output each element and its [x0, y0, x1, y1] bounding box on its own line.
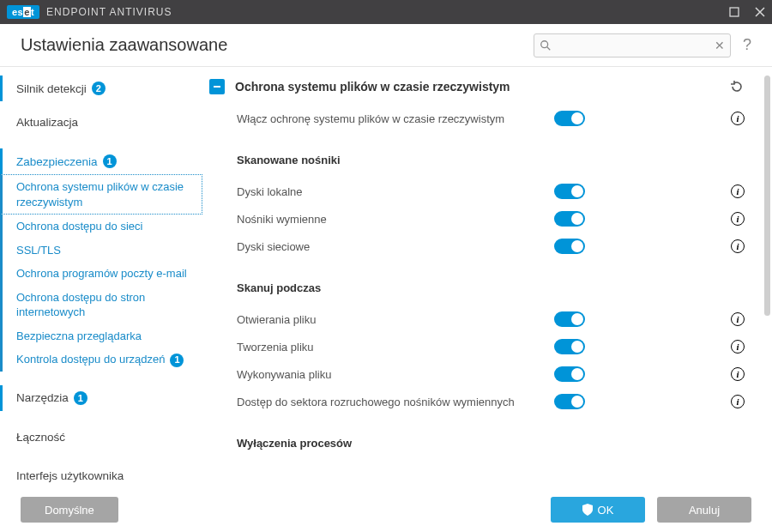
svg-rect-0 — [730, 8, 739, 16]
scrollbar[interactable] — [764, 76, 770, 316]
row-local-drives: Dyski lokalnei — [237, 178, 745, 205]
info-icon[interactable]: i — [731, 239, 745, 253]
sidebar-item-label: Zabezpieczenia — [16, 155, 98, 168]
toggle-boot-sector[interactable] — [554, 394, 585, 409]
badge-count: 1 — [74, 391, 87, 405]
row-label: Dyski lokalne — [237, 185, 554, 198]
info-icon[interactable]: i — [731, 112, 745, 125]
help-icon[interactable]: ? — [743, 36, 751, 54]
row-boot-sector: Dostęp do sektora rozruchowego nośników … — [237, 388, 745, 415]
sidebar-item-label: Ochrona programów poczty e-mail — [16, 267, 187, 280]
row-label: Nośniki wymienne — [237, 213, 554, 226]
sidebar-item-label: Łączność — [16, 431, 65, 444]
sidebar-item-label: Ochrona dostępu do stron internetowych — [16, 291, 145, 319]
window-controls — [729, 7, 765, 17]
toggle-file-exec[interactable] — [554, 366, 585, 382]
row-file-create: Tworzenia plikui — [237, 333, 745, 360]
collapse-icon[interactable] — [209, 79, 225, 94]
subheading-scan-on: Skanuj podczas — [237, 266, 745, 299]
row-network-drives: Dyski sieciowei — [237, 233, 745, 260]
sidebar-item-device-control[interactable]: Kontrola dostępu do urządzeń1 — [0, 348, 202, 372]
search-icon — [540, 39, 552, 51]
sidebar-item-label: Kontrola dostępu do urządzeń — [16, 353, 165, 366]
button-label: OK — [598, 504, 614, 517]
row-label: Włącz ochronę systemu plików w czasie rz… — [237, 112, 554, 125]
row-file-open: Otwierania plikui — [237, 305, 745, 333]
titlebar: eset ENDPOINT ANTIVIRUS — [0, 0, 772, 24]
row-label: Dostęp do sektora rozruchowego nośników … — [237, 396, 554, 408]
info-icon[interactable]: i — [731, 212, 745, 226]
info-icon[interactable]: i — [731, 367, 745, 381]
sidebar-item-ui[interactable]: Interfejs użytkownika — [0, 463, 202, 487]
badge-count: 1 — [103, 154, 117, 168]
sidebar-item-network-access[interactable]: Ochrona dostępu do sieci — [0, 215, 202, 239]
sidebar-item-label: Silnik detekcji — [16, 82, 87, 95]
info-icon[interactable]: i — [731, 312, 745, 326]
subheading-process-excl: Wyłączenia procesów — [237, 421, 745, 455]
sidebar-item-detection-engine[interactable]: Silnik detekcji 2 — [0, 76, 202, 101]
page-header: Ustawienia zaawansowane ✕ ? — [0, 24, 772, 67]
row-enable-realtime: Włącz ochronę systemu plików w czasie rz… — [237, 105, 745, 132]
search-wrap: ✕ — [534, 33, 731, 57]
search-clear-icon[interactable]: ✕ — [715, 39, 725, 52]
page-title: Ustawienia zaawansowane — [21, 35, 227, 55]
maximize-icon[interactable] — [729, 7, 739, 17]
footer: Domyślne OK Anuluj — [0, 487, 772, 532]
defaults-button[interactable]: Domyślne — [21, 497, 118, 523]
info-icon[interactable]: i — [731, 395, 745, 408]
cancel-button[interactable]: Anuluj — [657, 497, 751, 523]
toggle-network-drives[interactable] — [554, 239, 585, 254]
sidebar-item-tools[interactable]: Narzędzia 1 — [0, 385, 202, 411]
ok-button[interactable]: OK — [551, 497, 645, 523]
toggle-local-drives[interactable] — [554, 184, 585, 199]
row-label: Wykonywania pliku — [237, 368, 554, 381]
row-label: Dyski sieciowe — [237, 240, 554, 253]
sidebar-item-label: Narzędzia — [16, 391, 69, 404]
sidebar-item-web-access[interactable]: Ochrona dostępu do stron internetowych — [0, 286, 202, 324]
sidebar-item-label: Aktualizacja — [16, 116, 78, 129]
sidebar: Silnik detekcji 2 Aktualizacja Zabezpiec… — [0, 67, 202, 487]
sidebar-item-label: Ochrona dostępu do sieci — [16, 220, 142, 233]
badge-count: 2 — [92, 82, 106, 95]
sidebar-protections-children: Ochrona systemu plików w czasie rzeczywi… — [0, 174, 202, 372]
button-label: Domyślne — [45, 504, 94, 517]
subheading-media: Skanowane nośniki — [237, 138, 745, 172]
shield-icon — [582, 504, 593, 516]
sidebar-item-protections[interactable]: Zabezpieczenia 1 — [0, 148, 202, 174]
sidebar-item-email-client[interactable]: Ochrona programów poczty e-mail — [0, 262, 202, 286]
sidebar-item-connectivity[interactable]: Łączność — [0, 425, 202, 450]
section-header: Ochrona systemu plików w czasie rzeczywi… — [209, 79, 745, 94]
sidebar-item-realtime-fs[interactable]: Ochrona systemu plików w czasie rzeczywi… — [0, 174, 202, 215]
sidebar-item-label: SSL/TLS — [16, 244, 61, 257]
info-icon[interactable]: i — [731, 184, 745, 198]
app-product-name: ENDPOINT ANTIVIRUS — [46, 6, 172, 18]
svg-point-1 — [541, 40, 548, 47]
toggle-file-open[interactable] — [554, 311, 585, 327]
sidebar-item-label: Ochrona systemu plików w czasie rzeczywi… — [16, 180, 184, 209]
sidebar-item-label: Bezpieczna przeglądarka — [16, 329, 142, 342]
sidebar-item-update[interactable]: Aktualizacja — [0, 110, 202, 135]
row-label: Tworzenia pliku — [237, 341, 554, 354]
row-file-exec: Wykonywania plikui — [237, 360, 745, 388]
info-icon[interactable]: i — [731, 340, 745, 354]
button-label: Anuluj — [689, 504, 720, 517]
sidebar-item-label: Interfejs użytkownika — [16, 469, 124, 482]
toggle-removable-media[interactable] — [554, 211, 585, 227]
row-removable-media: Nośniki wymiennei — [237, 205, 745, 233]
brand-logo: eset — [7, 5, 39, 19]
badge-count: 1 — [170, 354, 184, 367]
undo-icon[interactable] — [729, 79, 745, 94]
section-title: Ochrona systemu plików w czasie rzeczywi… — [235, 80, 510, 94]
content-pane: Ochrona systemu plików w czasie rzeczywi… — [202, 67, 772, 487]
row-label: Otwierania pliku — [237, 313, 554, 326]
search-input[interactable] — [534, 33, 731, 57]
sidebar-item-secure-browser[interactable]: Bezpieczna przeglądarka — [0, 324, 202, 348]
toggle-file-create[interactable] — [554, 339, 585, 354]
svg-rect-2 — [214, 86, 220, 88]
sidebar-item-ssl-tls[interactable]: SSL/TLS — [0, 239, 202, 263]
toggle-enable-realtime[interactable] — [554, 111, 585, 126]
close-icon[interactable] — [755, 7, 765, 17]
